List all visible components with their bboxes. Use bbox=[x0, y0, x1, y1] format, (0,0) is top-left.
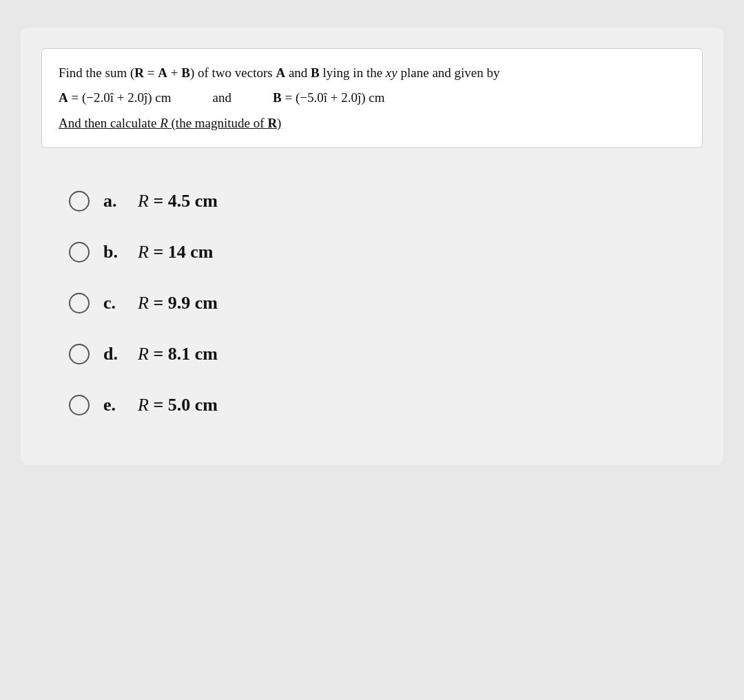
options-container: a. R = 4.5 cm b. R = 14 cm c. R = 9.9 cm… bbox=[41, 169, 703, 438]
option-b-label: b. bbox=[103, 242, 124, 262]
radio-c[interactable] bbox=[69, 293, 90, 313]
radio-d[interactable] bbox=[69, 344, 90, 364]
question-line2: A = (−2.0î + 2.0ĵ) cm and B = (−5.0î + 2… bbox=[59, 88, 685, 108]
radio-e[interactable] bbox=[69, 395, 90, 415]
question-line3: And then calculate R (the magnitude of R… bbox=[59, 113, 685, 134]
option-b-text: R = 14 cm bbox=[138, 242, 213, 262]
vector-b: B = (−5.0î + 2.0ĵ) cm bbox=[273, 88, 385, 108]
option-d-text: R = 8.1 cm bbox=[138, 344, 218, 364]
option-e-text: R = 5.0 cm bbox=[138, 395, 218, 415]
option-a-text: R = 4.5 cm bbox=[138, 191, 218, 212]
and-separator: and bbox=[213, 88, 231, 108]
radio-a[interactable] bbox=[69, 191, 90, 212]
option-a[interactable]: a. R = 4.5 cm bbox=[69, 176, 675, 227]
question-line1: Find the sum (R = A + B) of two vectors … bbox=[59, 63, 685, 83]
vector-a: A = (−2.0î + 2.0ĵ) cm bbox=[59, 88, 172, 108]
radio-b[interactable] bbox=[69, 242, 90, 262]
option-e[interactable]: e. R = 5.0 cm bbox=[69, 380, 675, 431]
option-b[interactable]: b. R = 14 cm bbox=[69, 227, 675, 278]
question-box: Find the sum (R = A + B) of two vectors … bbox=[41, 48, 703, 148]
option-e-label: e. bbox=[103, 395, 124, 415]
option-c-text: R = 9.9 cm bbox=[138, 293, 218, 313]
option-a-label: a. bbox=[103, 191, 124, 212]
option-d[interactable]: d. R = 8.1 cm bbox=[69, 329, 675, 380]
main-container: Find the sum (R = A + B) of two vectors … bbox=[21, 28, 723, 465]
option-c-label: c. bbox=[103, 293, 124, 313]
option-d-label: d. bbox=[103, 344, 124, 364]
option-c[interactable]: c. R = 9.9 cm bbox=[69, 278, 675, 329]
